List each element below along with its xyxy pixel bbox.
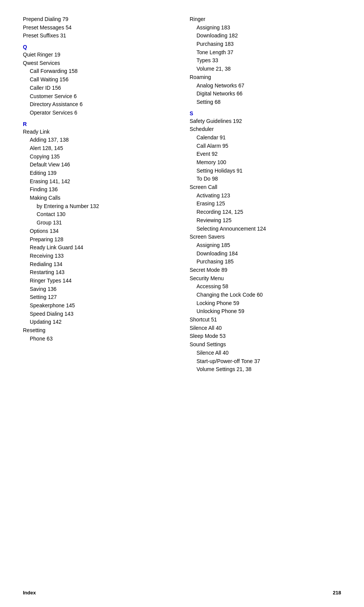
- index-entry: Types 33: [196, 57, 341, 65]
- index-entry: Locking Phone 59: [196, 299, 341, 308]
- index-entry: Making Calls: [30, 194, 174, 202]
- index-entry: Ringer Types 144: [30, 277, 174, 285]
- index-entry: Activating 123: [196, 192, 341, 200]
- index-entry: Changing the Lock Code 60: [196, 291, 341, 299]
- index-entry: Caller ID 156: [30, 84, 174, 92]
- index-entry: Digital Networks 66: [196, 90, 341, 98]
- index-entry: Default View 146: [30, 161, 174, 169]
- index-entry: Purchasing 185: [196, 258, 341, 266]
- index-entry: Call Forwarding 158: [30, 67, 174, 76]
- section-letter: S: [190, 110, 341, 116]
- index-entry: Updating 142: [30, 318, 174, 326]
- page-footer: Index 218: [23, 590, 341, 596]
- index-entry: Start-up/Power-off Tone 37: [196, 357, 341, 366]
- index-entry: Assigning 183: [196, 24, 341, 32]
- index-entry: Erasing 125: [196, 200, 341, 208]
- index-entry: Tone Length 37: [196, 48, 341, 57]
- page: Prepend Dialing 79Preset Messages 54Pres…: [0, 0, 364, 607]
- footer-right: 218: [333, 590, 341, 596]
- index-entry: Group 131: [37, 219, 174, 227]
- index-entry: Analog Networks 67: [196, 82, 341, 90]
- index-entry: Quiet Ringer 19: [23, 51, 174, 59]
- index-entry: Saving 136: [30, 285, 174, 294]
- index-entry: Scheduler: [190, 125, 341, 134]
- index-entry: Calendar 91: [196, 134, 341, 142]
- section-letter: R: [23, 121, 174, 127]
- index-entry: Downloading 182: [196, 32, 341, 40]
- index-entry: Screen Call: [190, 183, 341, 192]
- index-entry: Finding 136: [30, 186, 174, 194]
- index-entry: Directory Assistance 6: [30, 100, 174, 109]
- index-entry: Contact 130: [37, 210, 174, 219]
- index-entry: Editing 139: [30, 169, 174, 178]
- index-entry: Downloading 184: [196, 250, 341, 258]
- right-column: RingerAssigning 183Downloading 182Purcha…: [190, 15, 341, 374]
- index-entry: Event 92: [196, 150, 341, 158]
- index-entry: Phone 63: [30, 335, 174, 343]
- index-entry: Assigning 185: [196, 241, 341, 250]
- index-entry: Ready Link Guard 144: [30, 244, 174, 252]
- index-entry: Adding 137, 138: [30, 136, 174, 144]
- index-entry: Alert 128, 145: [30, 144, 174, 153]
- index-entry: by Entering a Number 132: [37, 202, 174, 211]
- index-entry: Operator Services 6: [30, 109, 174, 117]
- index-entry: Prepend Dialing 79: [23, 15, 174, 24]
- index-entry: Memory 100: [196, 158, 341, 167]
- index-entry: Silence All 40: [190, 324, 341, 333]
- index-entry: Setting 127: [30, 293, 174, 302]
- index-entry: Recording 124, 125: [196, 208, 341, 216]
- index-entry: Speakerphone 145: [30, 302, 174, 310]
- index-entry: Security Menu: [190, 274, 341, 283]
- index-entry: Volume Settings 21, 38: [196, 365, 341, 374]
- index-entry: Unlocking Phone 59: [196, 307, 341, 316]
- footer-left: Index: [23, 590, 36, 596]
- index-entry: Purchasing 183: [196, 40, 341, 48]
- index-entry: Call Alarm 95: [196, 142, 341, 150]
- index-entry: Accessing 58: [196, 283, 341, 291]
- index-entry: Preparing 128: [30, 236, 174, 244]
- index-entry: To Do 98: [196, 175, 341, 183]
- index-entry: Resetting: [23, 326, 174, 335]
- index-entry: Redialing 134: [30, 260, 174, 269]
- index-entry: Screen Savers: [190, 233, 341, 241]
- index-entry: Call Waiting 156: [30, 76, 174, 84]
- index-entry: Volume 21, 38: [196, 65, 341, 73]
- index-entry: Safety Guidelines 192: [190, 117, 341, 126]
- section-letter: Q: [23, 44, 174, 50]
- index-entry: Preset Suffixes 31: [23, 32, 174, 40]
- index-entry: Selecting Announcement 124: [196, 225, 341, 233]
- index-entry: Roaming: [190, 73, 341, 82]
- index-entry: Erasing 141, 142: [30, 178, 174, 186]
- index-entry: Qwest Services: [23, 59, 174, 68]
- index-entry: Ready Link: [23, 128, 174, 136]
- index-entry: Speed Dialing 143: [30, 310, 174, 318]
- content-columns: Prepend Dialing 79Preset Messages 54Pres…: [23, 15, 341, 374]
- index-entry: Ringer: [190, 15, 341, 24]
- index-entry: Secret Mode 89: [190, 266, 341, 274]
- left-column: Prepend Dialing 79Preset Messages 54Pres…: [23, 15, 174, 374]
- index-entry: Receiving 133: [30, 252, 174, 260]
- index-entry: Setting Holidays 91: [196, 167, 341, 175]
- index-entry: Restarting 143: [30, 268, 174, 277]
- index-entry: Reviewing 125: [196, 216, 341, 225]
- index-entry: Sleep Mode 53: [190, 332, 341, 341]
- index-entry: Copying 135: [30, 153, 174, 161]
- index-entry: Preset Messages 54: [23, 24, 174, 32]
- index-entry: Options 134: [30, 227, 174, 236]
- index-entry: Shortcut 51: [190, 316, 341, 324]
- index-entry: Sound Settings: [190, 341, 341, 349]
- index-entry: Silence All 40: [196, 349, 341, 357]
- index-entry: Customer Service 6: [30, 92, 174, 101]
- index-entry: Setting 68: [196, 98, 341, 107]
